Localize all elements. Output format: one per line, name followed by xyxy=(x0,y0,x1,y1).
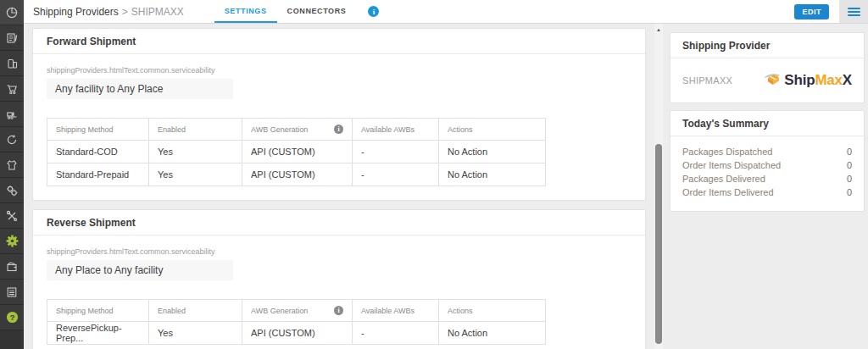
mobile-devices-icon xyxy=(5,57,19,70)
cell-enabled: Yes xyxy=(149,322,242,345)
col-header-awb-generation: AWB Generation i xyxy=(242,119,353,141)
shopping-cart-icon xyxy=(5,82,19,96)
cell-available-awbs: - xyxy=(353,322,439,345)
cell-available-awbs: - xyxy=(353,163,439,186)
forward-shipment-card: Forward Shipment shippingProviders.htmlT… xyxy=(32,28,646,201)
breadcrumb-current: SHIPMAXX xyxy=(131,6,184,18)
scroll-up-arrow-icon[interactable]: ▲ xyxy=(654,25,663,34)
cell-actions[interactable]: No Action xyxy=(439,141,546,163)
summary-label: Packages Delivered xyxy=(682,172,765,186)
pie-chart-icon xyxy=(5,6,19,19)
menu-strip[interactable] xyxy=(839,0,868,23)
vertical-scrollbar[interactable]: ▲ xyxy=(654,24,663,349)
cell-shipping-method: Standard-Prepaid xyxy=(47,163,149,186)
provider-code: SHIPMAXX xyxy=(682,75,732,86)
reverse-shipment-card: Reverse Shipment shippingProviders.htmlT… xyxy=(32,209,646,349)
serviceability-label: shippingProviders.htmlText.common.servic… xyxy=(47,66,632,75)
todays-summary-card: Today's Summary Packages Dispatched 0 Or… xyxy=(670,110,865,212)
sidebar-item-orders[interactable] xyxy=(0,25,24,51)
cell-shipping-method: Standard-COD xyxy=(47,141,149,163)
document-pencil-icon xyxy=(5,31,19,45)
info-icon[interactable]: i xyxy=(368,6,379,17)
tab-connectors[interactable]: CONNECTORS xyxy=(277,0,357,23)
forklift-icon xyxy=(5,108,19,121)
logo-text: ShipMaxX xyxy=(784,72,852,89)
cell-awb-generation: API (CUSTOM) xyxy=(242,141,353,163)
question-mark-icon: ? xyxy=(6,311,19,324)
edit-button[interactable]: EDIT xyxy=(794,4,829,19)
cell-actions[interactable]: No Action xyxy=(439,163,546,186)
cell-available-awbs: - xyxy=(353,141,439,163)
section-title: Forward Shipment xyxy=(33,29,645,54)
summary-card-title: Today's Summary xyxy=(670,111,864,136)
serviceability-field[interactable]: Any facility to Any Place xyxy=(47,79,233,99)
col-header-actions: Actions xyxy=(439,119,546,141)
serviceability-label: shippingProviders.htmlText.common.servic… xyxy=(47,247,632,256)
summary-row: Packages Dispatched 0 xyxy=(682,145,852,158)
sidebar-item-returns[interactable] xyxy=(0,127,24,152)
sidebar-item-billing[interactable] xyxy=(0,280,24,305)
summary-row: Order Items Dispatched 0 xyxy=(682,158,852,172)
col-header-shipping-method: Shipping Method xyxy=(47,300,149,322)
hamburger-icon xyxy=(848,6,860,18)
col-header-available-awbs: Available AWBs xyxy=(353,119,439,141)
col-header-awb-generation: AWB Generation i xyxy=(242,300,353,322)
scrollbar-thumb[interactable] xyxy=(655,144,662,344)
main-content: Forward Shipment shippingProviders.htmlT… xyxy=(24,24,654,349)
reverse-methods-table: Shipping Method Enabled AWB Generation i xyxy=(47,299,546,345)
cell-awb-generation: API (CUSTOM) xyxy=(242,163,353,186)
breadcrumb-separator: > xyxy=(122,6,128,18)
wallet-icon xyxy=(5,260,19,274)
sidebar-item-help[interactable]: ? xyxy=(0,305,24,330)
summary-label: Order Items Delivered xyxy=(682,186,774,199)
summary-row: Order Items Delivered 0 xyxy=(682,186,852,199)
topbar: Shipping Providers > SHIPMAXX SETTINGS C… xyxy=(24,0,868,24)
summary-row: Packages Delivered 0 xyxy=(682,172,852,186)
cell-awb-generation: API (CUSTOM) xyxy=(242,322,353,345)
tab-settings[interactable]: SETTINGS xyxy=(214,0,277,23)
awb-info-icon[interactable]: i xyxy=(334,306,343,315)
forward-methods-table: Shipping Method Enabled AWB Generation i xyxy=(47,118,546,186)
cell-enabled: Yes xyxy=(149,163,242,186)
section-title: Reverse Shipment xyxy=(33,210,645,235)
breadcrumb: Shipping Providers > SHIPMAXX xyxy=(24,0,184,23)
tshirt-icon xyxy=(5,158,19,172)
table-row: Standard-COD Yes API (CUSTOM) - No Actio… xyxy=(47,141,546,163)
sidebar-item-dashboard[interactable] xyxy=(0,0,24,25)
cell-actions[interactable]: No Action xyxy=(439,322,546,345)
invoice-icon xyxy=(5,285,19,299)
shipmaxx-logo: ShipMaxX xyxy=(763,70,852,91)
serviceability-field[interactable]: Any Place to Any facility xyxy=(47,260,233,280)
app-root: ? Shipping Providers > SHIPMAXX SETTINGS… xyxy=(0,0,868,349)
svg-text:?: ? xyxy=(9,313,14,322)
sidebar-item-purchase[interactable] xyxy=(0,76,24,102)
sidebar-item-products[interactable] xyxy=(0,152,24,178)
gears-icon xyxy=(5,184,19,197)
summary-value: 0 xyxy=(847,145,852,158)
table-row: ReversePickup-Prep... Yes API (CUSTOM) -… xyxy=(47,322,546,345)
sidebar-item-automation[interactable] xyxy=(0,178,24,203)
cell-enabled: Yes xyxy=(149,141,242,163)
provider-card-title: Shipping Provider xyxy=(670,33,864,58)
col-header-enabled: Enabled xyxy=(149,300,242,322)
awb-info-icon[interactable]: i xyxy=(334,125,343,134)
sidebar-item-tools[interactable] xyxy=(0,203,24,229)
sidebar-item-payments[interactable] xyxy=(0,254,24,280)
summary-value: 0 xyxy=(847,172,852,186)
breadcrumb-root[interactable]: Shipping Providers xyxy=(33,6,119,18)
sidebar-item-settings[interactable] xyxy=(0,229,24,254)
wrench-screwdriver-icon xyxy=(5,209,19,223)
table-row: Standard-Prepaid Yes API (CUSTOM) - No A… xyxy=(47,163,546,186)
summary-value: 0 xyxy=(847,186,852,199)
col-header-awb-generation-label: AWB Generation xyxy=(251,125,308,134)
right-panel: Shipping Provider SHIPMAXX xyxy=(663,24,868,349)
summary-label: Order Items Dispatched xyxy=(682,158,781,172)
shipping-provider-card: Shipping Provider SHIPMAXX xyxy=(670,32,865,103)
sidebar-item-fulfillment[interactable] xyxy=(0,102,24,127)
tab-bar: SETTINGS CONNECTORS xyxy=(214,0,357,23)
refresh-icon xyxy=(5,133,19,147)
col-header-awb-generation-label: AWB Generation xyxy=(251,307,308,315)
col-header-enabled: Enabled xyxy=(149,119,242,141)
topbar-spacer xyxy=(379,0,794,23)
sidebar-item-channels[interactable] xyxy=(0,51,24,76)
